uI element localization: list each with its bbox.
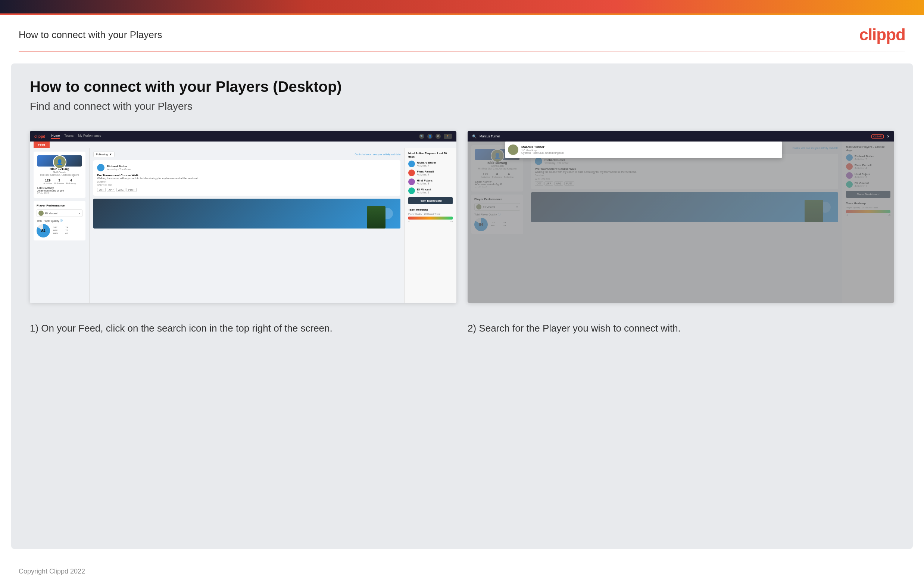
app-body-1: 👤 Blair McHarg Golf Coach Mill Ride Golf… (30, 148, 456, 303)
search-clear-btn[interactable]: CLEAR (871, 135, 884, 138)
team-heatmap-1: Team Heatmap Player Quality - 20 Round T… (408, 208, 453, 222)
player-item-4: Eli Vincent Activities: 1 (408, 187, 453, 194)
search-results-dropdown: Marcus Turner 1-5 Handicap Cypress Point… (505, 141, 782, 158)
activity-user-avatar-1 (97, 164, 105, 171)
screenshots-row: clippd Home Teams My Performance 🔍 👤 ⚙ 🏌 (30, 131, 894, 303)
profile-stats-1: 129 Activities 3 Followers 4 (37, 179, 82, 185)
user-icon-1[interactable]: 👤 (427, 134, 432, 139)
header: How to connect with your Players clippd (0, 15, 924, 52)
activity-img-figure-1 (367, 206, 385, 229)
app-left-1: 👤 Blair McHarg Golf Coach Mill Ride Golf… (30, 148, 89, 303)
player-select-1[interactable]: Eli Vincent ▼ (37, 209, 83, 217)
settings-icon-1[interactable]: ⚙ (435, 134, 441, 139)
heatmap-scale-1: -5 +5 (408, 220, 453, 222)
activity-meta-1: Duration (97, 180, 397, 183)
app-right-1: Most Active Players - Last 30 days Richa… (404, 148, 456, 303)
top-gradient-bar (0, 0, 924, 15)
step-descriptions: 1) On your Feed, click on the search ico… (30, 321, 894, 335)
page-title: How to connect with your Players (19, 29, 162, 41)
tag-ott-1: OTT (97, 188, 105, 192)
activity-tags-1: OTT APP ARG PUTT (97, 188, 397, 192)
search-icon-1[interactable]: 🔍 (419, 134, 424, 139)
screenshot-2: clippd Home Teams My Performance 👤 (468, 131, 894, 303)
search-result-club: Cypress Point Club, United Kingdom (521, 152, 564, 154)
search-bar-overlay: 🔍 Marcus Turner CLEAR ✕ (468, 131, 894, 141)
main-heading: How to connect with your Players (Deskto… (30, 78, 894, 95)
step-1-desc: 1) On your Feed, click on the search ico… (30, 321, 456, 335)
profile-banner-1: 👤 (37, 155, 82, 167)
active-players-title-1: Most Active Players - Last 30 days (408, 152, 453, 158)
nav-home-1[interactable]: Home (51, 134, 60, 139)
activity-title-1: Pre Tournament Course Walk (97, 174, 397, 177)
player-perf-card-1: Player Performance Eli Vincent ▼ Total P… (34, 201, 86, 240)
following-stat-1: 4 Following (66, 179, 76, 185)
profile-club-1: Mill Ride Golf Club, United Kingdom (37, 174, 82, 176)
search-result-name: Marcus Turner (521, 145, 564, 149)
nav-teams-1[interactable]: Teams (64, 134, 73, 139)
followers-stat-1: 3 Followers (55, 179, 64, 185)
tag-putt-1: PUTT (126, 188, 137, 192)
mock-app-1: clippd Home Teams My Performance 🔍 👤 ⚙ 🏌 (30, 131, 456, 303)
quality-label-1: Total Player Quality ⓘ (37, 219, 83, 222)
app-nav-icons-1: 🔍 👤 ⚙ 🏌 (419, 134, 452, 139)
step-2-desc: 2) Search for the Player you wish to con… (468, 321, 894, 335)
feed-tab-1[interactable]: Feed (34, 141, 50, 148)
main-content: How to connect with your Players (Deskto… (11, 63, 913, 549)
heatmap-bar-1 (408, 217, 453, 219)
player-avatar-3 (408, 179, 415, 185)
activity-card-1: Richard Butler Yesterday · The Grove Pre… (93, 160, 400, 196)
player-avatar-1 (408, 161, 415, 167)
nav-my-performance-1[interactable]: My Performance (78, 134, 101, 139)
stats-bars-1: OTT 79 APP 70 (53, 226, 68, 235)
avatar-icon-1[interactable]: 🏌 (444, 134, 452, 139)
search-result-item[interactable]: Marcus Turner 1-5 Handicap Cypress Point… (508, 144, 779, 155)
main-subheading: Find and connect with your Players (30, 101, 894, 112)
mock-app-2: clippd Home Teams My Performance 👤 (468, 131, 894, 303)
stat-app-1: APP 70 (53, 229, 68, 232)
player-select-avatar-1 (39, 211, 44, 216)
search-result-avatar (508, 144, 518, 155)
dropdown-arrow-1: ▼ (78, 212, 81, 215)
app-nav-items-1: Home Teams My Performance (51, 134, 413, 139)
activity-image-1 (93, 199, 400, 229)
search-icon-2: 🔍 (472, 135, 477, 138)
player-perf-title-1: Player Performance (37, 204, 83, 207)
search-close-btn[interactable]: ✕ (887, 135, 890, 138)
player-item-3: Hiral Pujara Activities: 3 (408, 179, 453, 185)
search-input-2[interactable]: Marcus Turner (479, 135, 868, 138)
profile-card-1: 👤 Blair McHarg Golf Coach Mill Ride Golf… (34, 152, 86, 198)
control-link-1[interactable]: Control who can see your activity and da… (355, 153, 400, 156)
activities-stat-1: 129 Activities (43, 179, 52, 185)
app-nav-logo-1: clippd (34, 135, 45, 138)
search-result-handicap: 1-5 Handicap (521, 149, 564, 152)
profile-avatar-1: 👤 (53, 155, 66, 169)
activity-user-1: Richard Butler Yesterday · The Grove (97, 164, 397, 171)
following-btn-1[interactable]: Following ▼ (93, 152, 115, 157)
activity-desc-1: Walking the course with my coach to buil… (97, 177, 397, 180)
tag-arg-1: ARG (117, 188, 125, 192)
logo-text: clipp (859, 25, 896, 44)
header-divider (19, 52, 905, 52)
player-avatar-2 (408, 169, 415, 176)
latest-activity-1: Latest Activity Afternoon round of golf … (37, 187, 82, 194)
app-nav-1: clippd Home Teams My Performance 🔍 👤 ⚙ 🏌 (30, 131, 456, 141)
stat-arg-1: ARG 65 (53, 232, 68, 234)
copyright-text: Copyright Clippd 2022 (19, 568, 85, 575)
player-avatar-4 (408, 187, 415, 194)
footer: Copyright Clippd 2022 (0, 560, 924, 578)
team-dashboard-btn-1[interactable]: Team Dashboard (408, 197, 453, 204)
tag-app-1: APP (107, 188, 115, 192)
player-item-2: Piers Parnell Activities: 4 (408, 169, 453, 176)
activity-duration-1: 02 hr : 00 min (97, 184, 397, 186)
score-circle-1: 84 (37, 224, 50, 237)
feed-tab-container-1: Feed (30, 141, 456, 148)
screenshot-1: clippd Home Teams My Performance 🔍 👤 ⚙ 🏌 (30, 131, 456, 303)
player-item-1: Richard Butler Activities: 7 (408, 161, 453, 167)
stat-ott-1: OTT 79 (53, 226, 68, 229)
app-middle-1: Following ▼ Control who can see your act… (89, 148, 404, 303)
profile-role-1: Golf Coach (37, 171, 82, 174)
logo: clippd (859, 25, 905, 44)
following-bar-1: Following ▼ Control who can see your act… (93, 152, 400, 157)
